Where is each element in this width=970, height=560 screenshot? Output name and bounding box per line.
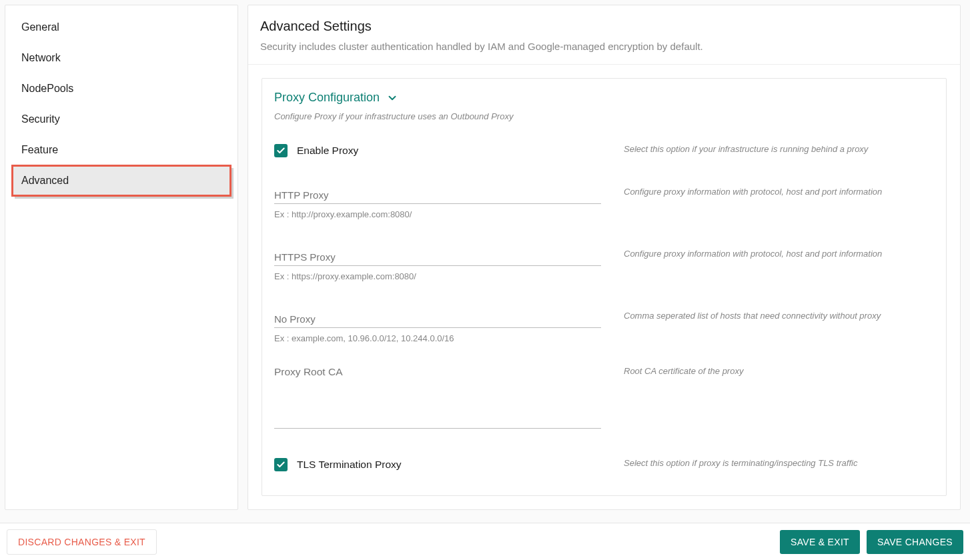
sidebar-item-general[interactable]: General: [12, 12, 231, 43]
footer-bar: DISCARD CHANGES & EXIT SAVE & EXIT SAVE …: [0, 523, 970, 560]
proxy-root-ca-label: Proxy Root CA: [274, 366, 601, 378]
http-proxy-hint-right: Configure proxy information with protoco…: [624, 187, 934, 219]
sidebar-item-network[interactable]: Network: [12, 43, 231, 73]
page-layout: General Network NodePools Security Featu…: [0, 0, 970, 515]
https-proxy-hint-below: Ex : https://proxy.example.com:8080/: [274, 271, 601, 281]
chevron-down-icon: [386, 92, 398, 104]
no-proxy-input[interactable]: [274, 311, 601, 328]
page-subtitle: Security includes cluster authentication…: [260, 41, 948, 52]
sidebar: General Network NodePools Security Featu…: [5, 5, 238, 510]
tls-termination-checkbox-row[interactable]: TLS Termination Proxy: [274, 458, 601, 471]
http-proxy-hint-below: Ex : http://proxy.example.com:8080/: [274, 209, 601, 219]
main-header: Advanced Settings Security includes clus…: [248, 5, 960, 65]
sidebar-item-feature[interactable]: Feature: [12, 135, 231, 165]
proxy-root-ca-hint: Root CA certificate of the proxy: [624, 366, 934, 431]
https-proxy-hint-right: Configure proxy information with protoco…: [624, 249, 934, 281]
no-proxy-hint-below: Ex : example.com, 10.96.0.0/12, 10.244.0…: [274, 333, 601, 343]
proxy-configuration-toggle[interactable]: Proxy Configuration: [274, 91, 934, 105]
no-proxy-hint-right: Comma seperated list of hosts that need …: [624, 311, 934, 343]
http-proxy-input[interactable]: [274, 187, 601, 204]
discard-changes-button[interactable]: DISCARD CHANGES & EXIT: [7, 529, 157, 555]
save-and-exit-button[interactable]: SAVE & EXIT: [780, 530, 860, 554]
sidebar-item-security[interactable]: Security: [12, 104, 231, 135]
enable-proxy-checkbox[interactable]: [274, 144, 288, 157]
enable-proxy-hint: Select this option if your infrastructur…: [624, 144, 934, 157]
proxy-root-ca-textarea[interactable]: [274, 381, 601, 429]
tls-termination-label: TLS Termination Proxy: [297, 459, 402, 471]
save-changes-button[interactable]: SAVE CHANGES: [867, 530, 963, 554]
enable-proxy-label: Enable Proxy: [297, 145, 358, 157]
card-title: Proxy Configuration: [274, 91, 380, 105]
sidebar-item-advanced[interactable]: Advanced: [12, 165, 231, 196]
enable-proxy-checkbox-row[interactable]: Enable Proxy: [274, 144, 601, 157]
https-proxy-input[interactable]: [274, 249, 601, 266]
page-title: Advanced Settings: [260, 19, 948, 34]
sidebar-item-nodepools[interactable]: NodePools: [12, 73, 231, 104]
tls-termination-hint: Select this option if proxy is terminati…: [624, 458, 934, 471]
main-panel: Advanced Settings Security includes clus…: [248, 5, 961, 510]
main-body: Proxy Configuration Configure Proxy if y…: [248, 65, 960, 509]
card-subtitle: Configure Proxy if your infrastructure u…: [274, 111, 934, 121]
tls-termination-checkbox[interactable]: [274, 458, 288, 471]
proxy-configuration-card: Proxy Configuration Configure Proxy if y…: [262, 78, 947, 496]
